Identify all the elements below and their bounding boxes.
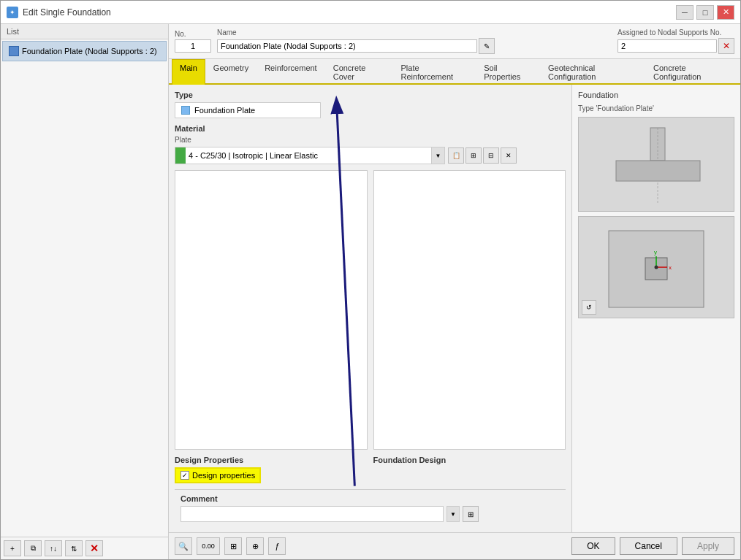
preview-sublabel: Type 'Foundation Plate' xyxy=(578,104,734,112)
foundation-design-title: Foundation Design xyxy=(373,456,566,464)
assigned-field-row: ✕ xyxy=(618,38,734,54)
comment-copy-button[interactable]: ⊞ xyxy=(463,506,479,522)
design-props-checkbox[interactable]: ✓ xyxy=(180,471,189,480)
tab-concrete-configuration[interactable]: Concrete Configuration xyxy=(645,59,737,85)
form-area: No. Name ✎ Assigned to Nodal Supports No… xyxy=(169,24,740,532)
material-section: Material Plate 4 - C25/30 | Isotropic | … xyxy=(175,124,566,164)
no-field-group: No. xyxy=(175,30,211,53)
item-icon xyxy=(9,46,19,56)
plate-dropdown-arrow[interactable]: ▼ xyxy=(431,147,444,164)
design-row: Design Properties ✓ Design properties Fo… xyxy=(175,456,566,483)
navigate-icon-btn[interactable]: ⊕ xyxy=(246,537,264,555)
comment-label: Comment xyxy=(180,494,560,503)
svg-point-7 xyxy=(655,266,658,269)
add-button[interactable]: + xyxy=(4,540,21,556)
preview-panel: Foundation Type 'Foundation Plate' xyxy=(572,85,740,532)
preview-canvas-top xyxy=(578,117,734,212)
plate-tool-edit2[interactable]: ⊟ xyxy=(483,147,499,164)
top-fields: No. Name ✎ Assigned to Nodal Supports No… xyxy=(169,24,740,59)
plate-tool-browse[interactable]: 📋 xyxy=(448,147,464,164)
type-color-indicator xyxy=(181,106,190,115)
comment-row: ▼ ⊞ xyxy=(180,506,560,522)
type-box: Foundation Plate xyxy=(175,102,321,118)
title-controls: ─ □ ✕ xyxy=(676,5,734,20)
comment-dropdown[interactable]: ▼ xyxy=(446,506,460,522)
right-col-box xyxy=(373,170,566,450)
move-up-button[interactable]: ↑↓ xyxy=(45,540,62,556)
list-header: List xyxy=(1,24,168,39)
plate-tools: 📋 ⊞ ⊟ ✕ xyxy=(448,147,517,164)
maximize-button[interactable]: □ xyxy=(696,5,714,20)
plate-select[interactable]: 4 - C25/30 | Isotropic | Linear Elastic … xyxy=(175,147,445,164)
grid-icon-btn[interactable]: ⊞ xyxy=(224,537,242,555)
tab-geometry[interactable]: Geometry xyxy=(205,59,256,85)
apply-button[interactable]: Apply xyxy=(682,537,734,555)
app-icon: ✦ xyxy=(7,7,18,18)
comment-input[interactable] xyxy=(180,506,444,522)
design-props-checkbox-box[interactable]: ✓ Design properties xyxy=(175,467,261,483)
assigned-clear-button[interactable]: ✕ xyxy=(718,38,734,54)
plate-label: Plate xyxy=(175,136,566,144)
svg-text:y: y xyxy=(654,249,657,256)
list-item[interactable]: Foundation Plate (Nodal Supports : 2) xyxy=(2,41,167,61)
name-input[interactable] xyxy=(217,39,477,53)
design-props-title: Design Properties xyxy=(175,456,368,464)
tab-geotechnical-configuration[interactable]: Geotechnical Configuration xyxy=(540,59,645,85)
design-props-label: Design properties xyxy=(192,471,255,480)
tab-reinforcement[interactable]: Reinforcement xyxy=(256,59,325,85)
preview-canvas-bottom: x y ↺ xyxy=(578,216,734,318)
plate-tool-edit1[interactable]: ⊞ xyxy=(466,147,482,164)
comment-section: Comment ▼ ⊞ xyxy=(175,489,566,526)
type-section: Type Foundation Plate xyxy=(175,91,566,118)
decimal-icon-btn[interactable]: 0.00 xyxy=(197,537,220,555)
center-content: Type Foundation Plate Material Plate xyxy=(169,85,572,532)
minimize-button[interactable]: ─ xyxy=(676,5,694,20)
cancel-button[interactable]: Cancel xyxy=(620,537,677,555)
left-panel: List Foundation Plate (Nodal Supports : … xyxy=(1,24,169,559)
delete-button[interactable]: ✕ xyxy=(86,540,103,556)
material-section-title: Material xyxy=(175,124,566,133)
top-view-svg: x y xyxy=(598,220,715,315)
type-section-title: Type xyxy=(175,91,566,99)
ok-button[interactable]: OK xyxy=(571,537,615,555)
name-label: Name xyxy=(217,28,612,37)
assigned-label: Assigned to Nodal Supports No. xyxy=(618,28,734,37)
plate-tool-delete[interactable]: ✕ xyxy=(501,147,517,164)
copy-button[interactable]: ⧉ xyxy=(24,540,42,556)
name-field-group: Name ✎ xyxy=(217,28,612,54)
design-props-section: Design Properties ✓ Design properties xyxy=(175,456,368,483)
name-field-row: ✎ xyxy=(217,38,495,54)
main-content: List Foundation Plate (Nodal Supports : … xyxy=(1,24,740,559)
svg-text:x: x xyxy=(669,264,672,271)
window-title: Edit Single Foundation xyxy=(23,7,111,18)
foundation-design-section: Foundation Design xyxy=(373,456,566,483)
no-label: No. xyxy=(175,30,211,38)
main-window: ✦ Edit Single Foundation ─ □ ✕ List Foun… xyxy=(0,0,741,560)
title-bar: ✦ Edit Single Foundation ─ □ ✕ xyxy=(1,1,740,24)
svg-rect-2 xyxy=(616,161,700,181)
sort-button[interactable]: ⇅ xyxy=(65,540,83,556)
panel-body: Type Foundation Plate Material Plate xyxy=(169,85,740,532)
tab-main[interactable]: Main xyxy=(172,59,205,85)
bottom-left-icons: 🔍 0.00 ⊞ ⊕ ƒ xyxy=(175,537,286,555)
left-col-box xyxy=(175,170,368,450)
two-columns-area xyxy=(175,170,566,450)
plate-row: 4 - C25/30 | Isotropic | Linear Elastic … xyxy=(175,147,566,164)
preview-label: Foundation xyxy=(578,91,734,99)
tab-plate-reinforcement[interactable]: Plate Reinforcement xyxy=(393,59,476,85)
name-edit-button[interactable]: ✎ xyxy=(479,38,495,54)
no-input[interactable] xyxy=(175,39,211,53)
search-icon-btn[interactable]: 🔍 xyxy=(175,537,192,555)
type-value: Foundation Plate xyxy=(194,106,255,115)
title-bar-left: ✦ Edit Single Foundation xyxy=(7,7,111,18)
tab-soil-properties[interactable]: Soil Properties xyxy=(476,59,540,85)
close-button[interactable]: ✕ xyxy=(717,5,734,20)
tab-concrete-cover[interactable]: Concrete Cover xyxy=(325,59,393,85)
list-footer: + ⧉ ↑↓ ⇅ ✕ xyxy=(1,537,168,559)
assigned-input[interactable] xyxy=(618,39,717,53)
dialog-buttons: OK Cancel Apply xyxy=(571,537,734,555)
function-icon-btn[interactable]: ƒ xyxy=(268,537,286,555)
preview-refresh-button[interactable]: ↺ xyxy=(582,300,596,315)
plate-color-indicator xyxy=(175,147,186,164)
bottom-bar: 🔍 0.00 ⊞ ⊕ ƒ OK Cancel Apply xyxy=(169,532,740,559)
